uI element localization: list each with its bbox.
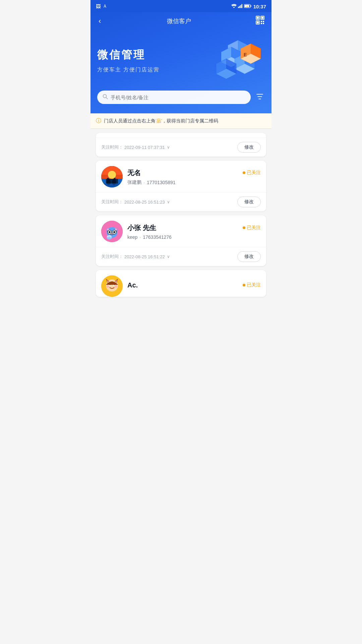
follow-status: 已关注 bbox=[243, 282, 261, 288]
search-input-wrap[interactable] bbox=[97, 91, 251, 104]
card-name-row: 无名 已关注 bbox=[127, 168, 261, 177]
customer-name: 无名 bbox=[127, 168, 141, 177]
card-info: 小张 先生 已关注 keep · 17633541276 bbox=[127, 223, 261, 240]
avatar bbox=[101, 166, 123, 187]
real-name: 张建鹏 bbox=[127, 179, 141, 185]
edit-button[interactable]: 修改 bbox=[237, 142, 261, 153]
card-info: Ac. 已关注 bbox=[127, 281, 261, 291]
svg-rect-57 bbox=[116, 231, 117, 231]
avatar bbox=[101, 221, 123, 242]
customer-card: 无名 已关注 张建鹏 · 17701305891 关注时间： 2022-08-2… bbox=[96, 161, 266, 211]
card-info: 无名 已关注 张建鹏 · 17701305891 bbox=[127, 168, 261, 185]
svg-text:⚡: ⚡ bbox=[246, 5, 249, 8]
svg-rect-6 bbox=[250, 5, 251, 7]
edit-button[interactable]: 修改 bbox=[237, 251, 261, 262]
follow-time: 关注时间： 2022-08-25 16:51:22 ∨ bbox=[101, 254, 170, 260]
qr-button[interactable] bbox=[255, 15, 265, 27]
follow-time-value: 2022-08-25 16:51:22 bbox=[124, 254, 165, 259]
hero-text: 微信管理 方便车主 方便门店运营 bbox=[97, 48, 160, 73]
follow-time-label: 关注时间： bbox=[101, 254, 123, 260]
svg-point-71 bbox=[107, 285, 109, 288]
svg-point-42 bbox=[107, 178, 109, 180]
chevron-down-icon[interactable]: ∨ bbox=[167, 254, 170, 259]
customer-card: 小张 先生 已关注 keep · 17633541276 关注时间： 2022-… bbox=[96, 215, 266, 266]
card-name-row: Ac. 已关注 bbox=[127, 281, 261, 289]
svg-rect-2 bbox=[240, 5, 241, 8]
svg-point-39 bbox=[108, 171, 116, 179]
svg-rect-0 bbox=[238, 7, 239, 8]
follow-time-label: 关注时间： bbox=[101, 144, 123, 150]
app-icon: Ａ bbox=[103, 3, 107, 9]
customer-name: Ac. bbox=[127, 281, 138, 289]
signal-icon bbox=[238, 4, 243, 9]
status-bar: 🖼 Ａ ⚡ 10:37 bbox=[90, 0, 272, 12]
follow-time-value: 2022-08-25 16:51:23 bbox=[124, 200, 165, 205]
back-button[interactable]: ‹ bbox=[97, 15, 102, 27]
follow-time: 关注时间： 2022-08-25 16:51:23 ∨ bbox=[101, 199, 170, 205]
search-bar bbox=[97, 91, 265, 104]
follow-status: 已关注 bbox=[243, 225, 261, 231]
header-nav: ‹ 微信客户 bbox=[97, 15, 265, 27]
hero-section: 微信管理 方便车主 方便门店运营 bbox=[97, 34, 265, 91]
svg-text:E: E bbox=[244, 52, 247, 57]
content-area: 关注时间： 2022-09-11 07:37:31 ∨ 修改 bbox=[90, 133, 272, 302]
follow-dot bbox=[243, 171, 245, 174]
follow-dot bbox=[243, 226, 245, 229]
card-footer: 关注时间： 2022-08-25 16:51:23 ∨ 修改 bbox=[96, 192, 266, 211]
edit-button[interactable]: 修改 bbox=[237, 197, 261, 207]
header: ‹ 微信客户 微信管理 方便车主 方便门店运营 bbox=[90, 12, 272, 113]
notice-highlight: '品' bbox=[156, 118, 162, 123]
card-body: 小张 先生 已关注 keep · 17633541276 bbox=[96, 215, 266, 242]
chevron-down-icon[interactable]: ∨ bbox=[167, 145, 170, 150]
customer-name: 小张 先生 bbox=[127, 223, 156, 232]
battery-icon: ⚡ bbox=[244, 4, 251, 9]
card-meta: 张建鹏 · 17701305891 bbox=[127, 179, 261, 185]
chevron-down-icon[interactable]: ∨ bbox=[167, 200, 170, 204]
svg-point-43 bbox=[114, 178, 116, 180]
status-bar-left: 🖼 Ａ bbox=[96, 3, 107, 9]
svg-rect-17 bbox=[263, 23, 264, 24]
hero-subtitle: 方便车主 方便门店运营 bbox=[97, 66, 160, 73]
photo-icon: 🖼 bbox=[96, 4, 101, 9]
notice-bar: ⓘ 门店人员通过点击右上角'品'，获得当前门店专属二维码 bbox=[90, 113, 272, 129]
follow-time-value: 2022-09-11 07:37:31 bbox=[124, 145, 165, 150]
svg-rect-14 bbox=[261, 21, 262, 22]
search-icon bbox=[103, 94, 108, 101]
card-name-row: 小张 先生 已关注 bbox=[127, 223, 261, 232]
phone: 17633541276 bbox=[143, 234, 172, 240]
notice-text: 门店人员通过点击右上角'品'，获得当前门店专属二维码 bbox=[104, 118, 218, 124]
svg-point-53 bbox=[109, 231, 111, 233]
notice-icon: ⓘ bbox=[96, 117, 101, 124]
svg-line-35 bbox=[106, 98, 108, 99]
card-body: Ac. 已关注 bbox=[96, 270, 266, 297]
time: 10:37 bbox=[253, 4, 266, 9]
follow-status: 已关注 bbox=[243, 170, 261, 176]
status-bar-right: ⚡ 10:37 bbox=[231, 4, 266, 9]
follow-dot bbox=[243, 284, 245, 286]
svg-point-62 bbox=[111, 233, 113, 234]
partial-card-footer: 关注时间： 2022-09-11 07:37:31 ∨ 修改 bbox=[96, 138, 266, 157]
partial-customer-card: 关注时间： 2022-09-11 07:37:31 ∨ 修改 bbox=[96, 133, 266, 157]
avatar bbox=[101, 275, 123, 297]
page-title: 微信客户 bbox=[167, 17, 191, 25]
svg-rect-1 bbox=[239, 6, 240, 8]
svg-point-72 bbox=[115, 285, 117, 288]
follow-time-label: 关注时间： bbox=[101, 199, 123, 205]
card-meta: keep · 17633541276 bbox=[127, 234, 261, 240]
hero-title: 微信管理 bbox=[97, 48, 160, 62]
svg-rect-3 bbox=[241, 4, 242, 8]
card-footer: 关注时间： 2022-08-25 16:51:22 ∨ 修改 bbox=[96, 247, 266, 266]
follow-time: 关注时间： 2022-09-11 07:37:31 ∨ bbox=[101, 144, 170, 150]
svg-rect-44 bbox=[101, 183, 123, 187]
svg-point-54 bbox=[113, 231, 115, 233]
wifi-icon bbox=[231, 4, 237, 9]
phone: 17701305891 bbox=[147, 180, 176, 185]
card-body: 无名 已关注 张建鹏 · 17701305891 bbox=[96, 161, 266, 187]
svg-rect-13 bbox=[257, 21, 259, 23]
filter-button[interactable] bbox=[255, 92, 265, 103]
svg-rect-16 bbox=[261, 23, 262, 24]
svg-rect-56 bbox=[107, 231, 108, 231]
search-input[interactable] bbox=[111, 95, 245, 100]
svg-rect-11 bbox=[261, 17, 263, 19]
real-name: keep bbox=[127, 234, 137, 240]
